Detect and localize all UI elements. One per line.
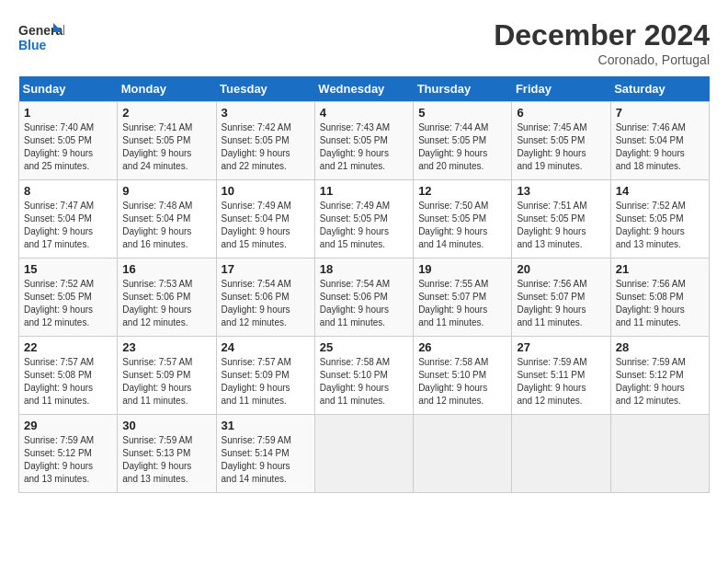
calendar-cell: 13Sunrise: 7:51 AMSunset: 5:05 PMDayligh… bbox=[512, 180, 610, 259]
calendar-cell: 10Sunrise: 7:49 AMSunset: 5:04 PMDayligh… bbox=[216, 180, 314, 259]
day-info: Sunrise: 7:59 AMSunset: 5:12 PMDaylight:… bbox=[24, 434, 112, 486]
logo-svg: GeneralBlue bbox=[18, 18, 64, 60]
day-number: 10 bbox=[222, 184, 310, 198]
week-row-2: 15Sunrise: 7:52 AMSunset: 5:05 PMDayligh… bbox=[19, 259, 710, 337]
day-info: Sunrise: 7:48 AMSunset: 5:04 PMDaylight:… bbox=[122, 200, 210, 251]
day-number: 30 bbox=[122, 419, 210, 432]
day-number: 13 bbox=[517, 184, 605, 198]
day-number: 21 bbox=[616, 262, 704, 276]
day-header-thursday: Thursday bbox=[414, 76, 512, 102]
calendar-cell: 28Sunrise: 7:59 AMSunset: 5:12 PMDayligh… bbox=[610, 337, 709, 415]
day-number: 31 bbox=[222, 419, 310, 432]
day-info: Sunrise: 7:52 AMSunset: 5:05 PMDaylight:… bbox=[616, 200, 704, 251]
day-number: 12 bbox=[418, 184, 506, 198]
week-row-4: 29Sunrise: 7:59 AMSunset: 5:12 PMDayligh… bbox=[19, 415, 710, 493]
calendar-cell: 26Sunrise: 7:58 AMSunset: 5:10 PMDayligh… bbox=[414, 337, 512, 415]
calendar-cell: 25Sunrise: 7:58 AMSunset: 5:10 PMDayligh… bbox=[314, 337, 413, 415]
day-header-saturday: Saturday bbox=[610, 76, 709, 102]
day-info: Sunrise: 7:58 AMSunset: 5:10 PMDaylight:… bbox=[320, 356, 408, 408]
header: GeneralBlue December 2024 Coronado, Port… bbox=[18, 18, 710, 67]
week-row-1: 8Sunrise: 7:47 AMSunset: 5:04 PMDaylight… bbox=[19, 180, 710, 259]
calendar-cell bbox=[610, 415, 709, 493]
svg-text:Blue: Blue bbox=[18, 38, 47, 52]
day-number: 16 bbox=[122, 262, 210, 276]
day-info: Sunrise: 7:47 AMSunset: 5:04 PMDaylight:… bbox=[24, 200, 112, 251]
calendar-cell: 12Sunrise: 7:50 AMSunset: 5:05 PMDayligh… bbox=[414, 180, 512, 259]
calendar-cell: 27Sunrise: 7:59 AMSunset: 5:11 PMDayligh… bbox=[512, 337, 610, 415]
day-info: Sunrise: 7:59 AMSunset: 5:11 PMDaylight:… bbox=[517, 356, 605, 408]
week-row-3: 22Sunrise: 7:57 AMSunset: 5:08 PMDayligh… bbox=[19, 337, 710, 415]
day-number: 25 bbox=[320, 340, 408, 354]
day-info: Sunrise: 7:57 AMSunset: 5:09 PMDaylight:… bbox=[122, 356, 210, 408]
day-number: 27 bbox=[517, 340, 605, 354]
day-number: 15 bbox=[24, 262, 112, 276]
calendar-cell: 15Sunrise: 7:52 AMSunset: 5:05 PMDayligh… bbox=[19, 259, 118, 337]
logo: GeneralBlue bbox=[18, 18, 64, 60]
day-number: 5 bbox=[418, 106, 506, 120]
day-info: Sunrise: 7:56 AMSunset: 5:08 PMDaylight:… bbox=[616, 278, 704, 329]
day-info: Sunrise: 7:41 AMSunset: 5:05 PMDaylight:… bbox=[122, 121, 210, 173]
day-number: 19 bbox=[418, 262, 506, 276]
calendar-cell: 29Sunrise: 7:59 AMSunset: 5:12 PMDayligh… bbox=[19, 415, 118, 493]
day-header-wednesday: Wednesday bbox=[314, 76, 413, 102]
calendar-cell: 3Sunrise: 7:42 AMSunset: 5:05 PMDaylight… bbox=[216, 102, 314, 180]
day-number: 28 bbox=[616, 340, 704, 354]
day-number: 11 bbox=[320, 184, 408, 198]
calendar-cell: 9Sunrise: 7:48 AMSunset: 5:04 PMDaylight… bbox=[118, 180, 216, 259]
day-info: Sunrise: 7:40 AMSunset: 5:05 PMDaylight:… bbox=[24, 121, 112, 173]
calendar-cell: 18Sunrise: 7:54 AMSunset: 5:06 PMDayligh… bbox=[314, 259, 413, 337]
day-info: Sunrise: 7:52 AMSunset: 5:05 PMDaylight:… bbox=[24, 278, 112, 329]
calendar-cell: 21Sunrise: 7:56 AMSunset: 5:08 PMDayligh… bbox=[610, 259, 709, 337]
day-info: Sunrise: 7:49 AMSunset: 5:05 PMDaylight:… bbox=[320, 200, 408, 251]
day-info: Sunrise: 7:46 AMSunset: 5:04 PMDaylight:… bbox=[616, 121, 704, 173]
month-title: December 2024 bbox=[494, 18, 710, 52]
title-area: December 2024 Coronado, Portugal bbox=[494, 18, 710, 67]
week-row-0: 1Sunrise: 7:40 AMSunset: 5:05 PMDaylight… bbox=[19, 102, 710, 180]
calendar-cell: 19Sunrise: 7:55 AMSunset: 5:07 PMDayligh… bbox=[414, 259, 512, 337]
day-header-sunday: Sunday bbox=[19, 76, 118, 102]
day-info: Sunrise: 7:57 AMSunset: 5:09 PMDaylight:… bbox=[222, 356, 310, 408]
calendar-cell: 14Sunrise: 7:52 AMSunset: 5:05 PMDayligh… bbox=[610, 180, 709, 259]
day-header-friday: Friday bbox=[512, 76, 610, 102]
day-info: Sunrise: 7:56 AMSunset: 5:07 PMDaylight:… bbox=[517, 278, 605, 329]
day-info: Sunrise: 7:59 AMSunset: 5:14 PMDaylight:… bbox=[222, 434, 310, 486]
day-header-tuesday: Tuesday bbox=[216, 76, 314, 102]
calendar-cell: 24Sunrise: 7:57 AMSunset: 5:09 PMDayligh… bbox=[216, 337, 314, 415]
calendar-cell: 7Sunrise: 7:46 AMSunset: 5:04 PMDaylight… bbox=[610, 102, 709, 180]
day-info: Sunrise: 7:57 AMSunset: 5:08 PMDaylight:… bbox=[24, 356, 112, 408]
day-number: 14 bbox=[616, 184, 704, 198]
day-number: 22 bbox=[24, 340, 112, 354]
calendar-cell: 2Sunrise: 7:41 AMSunset: 5:05 PMDaylight… bbox=[118, 102, 216, 180]
day-info: Sunrise: 7:53 AMSunset: 5:06 PMDaylight:… bbox=[122, 278, 210, 329]
day-number: 18 bbox=[320, 262, 408, 276]
calendar-cell: 23Sunrise: 7:57 AMSunset: 5:09 PMDayligh… bbox=[118, 337, 216, 415]
day-info: Sunrise: 7:44 AMSunset: 5:05 PMDaylight:… bbox=[418, 121, 506, 173]
calendar-cell bbox=[512, 415, 610, 493]
day-info: Sunrise: 7:58 AMSunset: 5:10 PMDaylight:… bbox=[418, 356, 506, 408]
day-info: Sunrise: 7:49 AMSunset: 5:04 PMDaylight:… bbox=[222, 200, 310, 251]
day-number: 26 bbox=[418, 340, 506, 354]
calendar-cell bbox=[414, 415, 512, 493]
calendar-cell: 11Sunrise: 7:49 AMSunset: 5:05 PMDayligh… bbox=[314, 180, 413, 259]
subtitle: Coronado, Portugal bbox=[494, 52, 710, 67]
calendar-cell: 31Sunrise: 7:59 AMSunset: 5:14 PMDayligh… bbox=[216, 415, 314, 493]
day-number: 2 bbox=[122, 106, 210, 120]
day-number: 7 bbox=[616, 106, 704, 120]
calendar-cell: 8Sunrise: 7:47 AMSunset: 5:04 PMDaylight… bbox=[19, 180, 118, 259]
day-header-monday: Monday bbox=[118, 76, 216, 102]
day-info: Sunrise: 7:59 AMSunset: 5:13 PMDaylight:… bbox=[122, 434, 210, 486]
calendar-cell: 5Sunrise: 7:44 AMSunset: 5:05 PMDaylight… bbox=[414, 102, 512, 180]
calendar-cell: 4Sunrise: 7:43 AMSunset: 5:05 PMDaylight… bbox=[314, 102, 413, 180]
day-number: 6 bbox=[517, 106, 605, 120]
day-info: Sunrise: 7:50 AMSunset: 5:05 PMDaylight:… bbox=[418, 200, 506, 251]
day-number: 4 bbox=[320, 106, 408, 120]
day-info: Sunrise: 7:45 AMSunset: 5:05 PMDaylight:… bbox=[517, 121, 605, 173]
day-info: Sunrise: 7:54 AMSunset: 5:06 PMDaylight:… bbox=[222, 278, 310, 329]
calendar-cell: 30Sunrise: 7:59 AMSunset: 5:13 PMDayligh… bbox=[118, 415, 216, 493]
day-number: 24 bbox=[222, 340, 310, 354]
calendar-cell: 6Sunrise: 7:45 AMSunset: 5:05 PMDaylight… bbox=[512, 102, 610, 180]
calendar-cell: 17Sunrise: 7:54 AMSunset: 5:06 PMDayligh… bbox=[216, 259, 314, 337]
day-number: 1 bbox=[24, 106, 112, 120]
day-number: 23 bbox=[122, 340, 210, 354]
day-info: Sunrise: 7:43 AMSunset: 5:05 PMDaylight:… bbox=[320, 121, 408, 173]
